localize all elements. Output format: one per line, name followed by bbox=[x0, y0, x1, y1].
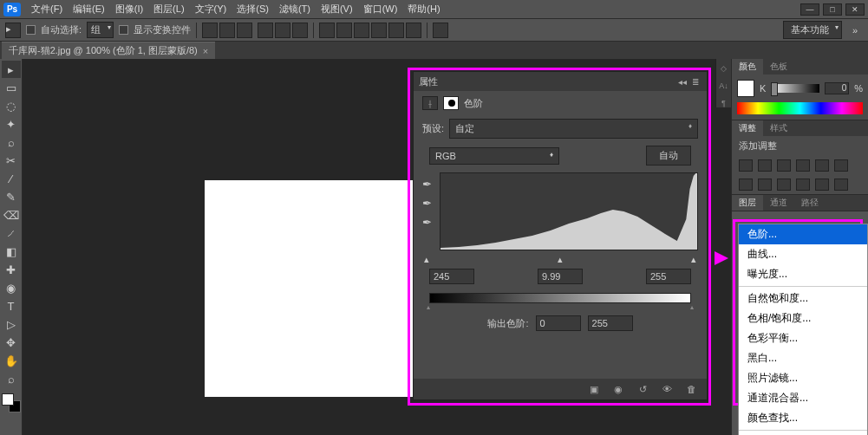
eraser-tool[interactable]: ◧ bbox=[2, 243, 21, 260]
panel-menu-icon[interactable]: ≣ bbox=[689, 77, 702, 87]
brightness-icon[interactable] bbox=[739, 159, 753, 172]
exposure-icon[interactable] bbox=[796, 159, 810, 172]
move-tool[interactable]: ▸ bbox=[2, 61, 21, 78]
path-tool[interactable]: ✥ bbox=[2, 334, 21, 351]
menu-image[interactable]: 图像(I) bbox=[110, 3, 148, 16]
lasso-tool[interactable]: ◌ bbox=[2, 97, 21, 114]
align-right-icon[interactable] bbox=[237, 23, 252, 38]
workspace-switcher[interactable]: 基本功能 bbox=[783, 21, 842, 39]
gray-point-eyedropper[interactable]: ✒ bbox=[422, 197, 436, 211]
distribute-4-icon[interactable] bbox=[371, 23, 387, 38]
3d-mode-icon[interactable] bbox=[433, 23, 448, 38]
window-close-icon[interactable]: ✕ bbox=[845, 3, 865, 16]
preset-dropdown[interactable]: 自定 bbox=[449, 119, 698, 139]
collapse-panels-icon[interactable]: » bbox=[847, 25, 863, 36]
eyedropper-tool[interactable]: ✂ bbox=[2, 152, 21, 169]
align-left-icon[interactable] bbox=[202, 23, 218, 38]
photo-filter-icon[interactable] bbox=[777, 179, 791, 191]
magic-wand-tool[interactable]: ✦ bbox=[2, 115, 21, 133]
menu-type[interactable]: 文字(Y) bbox=[190, 3, 232, 16]
visibility-icon[interactable]: 👁 bbox=[658, 382, 675, 396]
clip-to-layer-icon[interactable]: ▣ bbox=[585, 382, 603, 396]
menu-item-photo-filter[interactable]: 照片滤镜... bbox=[739, 368, 867, 388]
menu-item-exposure[interactable]: 曝光度... bbox=[739, 264, 867, 284]
panel-prev-icon[interactable]: ◂◂ bbox=[675, 77, 689, 87]
gradient-tool[interactable]: ✚ bbox=[2, 261, 21, 278]
tab-swatches[interactable]: 色板 bbox=[763, 59, 794, 75]
document-close-icon[interactable]: × bbox=[203, 46, 208, 56]
menu-filter[interactable]: 滤镜(T) bbox=[274, 3, 316, 16]
menu-help[interactable]: 帮助(H) bbox=[402, 3, 445, 16]
menu-select[interactable]: 选择(S) bbox=[232, 3, 274, 16]
window-minimize-icon[interactable]: — bbox=[800, 3, 819, 16]
histogram[interactable] bbox=[440, 172, 698, 250]
output-white-field[interactable]: 255 bbox=[588, 315, 633, 331]
bw-icon[interactable] bbox=[758, 179, 772, 191]
curves-icon[interactable] bbox=[777, 159, 791, 172]
output-gradient[interactable] bbox=[429, 293, 691, 303]
view-previous-icon[interactable]: ◉ bbox=[610, 382, 627, 396]
auto-select-target-dropdown[interactable]: 组 bbox=[87, 22, 114, 38]
stamp-tool[interactable]: ⌫ bbox=[2, 206, 21, 224]
zoom-tool[interactable]: ⌕ bbox=[2, 370, 21, 387]
mask-icon[interactable] bbox=[443, 96, 459, 110]
tab-styles[interactable]: 样式 bbox=[763, 120, 794, 136]
input-gamma-field[interactable]: 9.99 bbox=[538, 269, 583, 284]
input-white-field[interactable]: 255 bbox=[646, 269, 691, 284]
trash-icon[interactable]: 🗑 bbox=[682, 382, 700, 396]
menu-item-black-white[interactable]: 黑白... bbox=[739, 348, 867, 368]
channel-dropdown[interactable]: RGB bbox=[429, 147, 559, 165]
healing-tool[interactable]: ∕ bbox=[2, 170, 21, 187]
menu-item-curves[interactable]: 曲线... bbox=[739, 244, 867, 264]
tab-adjustments[interactable]: 调整 bbox=[732, 120, 763, 136]
tab-color[interactable]: 颜色 bbox=[732, 59, 763, 75]
history-brush-tool[interactable]: ⟋ bbox=[2, 224, 21, 242]
collapsed-icon-1[interactable]: ◇ bbox=[721, 64, 727, 73]
k-slider[interactable] bbox=[771, 84, 819, 93]
align-top-icon[interactable] bbox=[258, 23, 273, 38]
menu-item-levels[interactable]: 色阶... bbox=[739, 224, 867, 244]
color-balance-icon[interactable] bbox=[739, 179, 753, 191]
menu-window[interactable]: 窗口(W) bbox=[358, 3, 403, 16]
black-point-eyedropper[interactable]: ✒ bbox=[422, 178, 436, 192]
distribute-1-icon[interactable] bbox=[319, 23, 335, 38]
invert-icon[interactable] bbox=[834, 179, 848, 191]
distribute-6-icon[interactable] bbox=[406, 23, 421, 38]
align-bottom-icon[interactable] bbox=[292, 23, 308, 38]
auto-button[interactable]: 自动 bbox=[646, 146, 691, 166]
white-point-eyedropper[interactable]: ✒ bbox=[422, 216, 436, 230]
input-black-field[interactable]: 245 bbox=[429, 269, 474, 284]
vibrance-icon[interactable] bbox=[815, 159, 829, 172]
menu-item-vibrance[interactable]: 自然饱和度... bbox=[739, 289, 867, 308]
menu-edit[interactable]: 编辑(E) bbox=[68, 3, 110, 16]
menu-layer[interactable]: 图层(L) bbox=[148, 3, 189, 16]
color-lookup-icon[interactable] bbox=[815, 179, 829, 191]
pen-tool[interactable]: ▷ bbox=[2, 315, 21, 333]
collapsed-icon-2[interactable]: A↓ bbox=[719, 81, 728, 90]
type-tool[interactable]: T bbox=[2, 297, 21, 315]
tab-paths[interactable]: 路径 bbox=[794, 195, 826, 211]
document-tab[interactable]: 千库网-猫2.jpg @ 100% (色阶 1, 图层蒙版/8) × bbox=[2, 42, 215, 59]
move-tool-icon[interactable]: ▸ bbox=[5, 23, 21, 38]
crop-tool[interactable]: ⌕ bbox=[2, 133, 21, 151]
align-middle-icon[interactable] bbox=[275, 23, 290, 38]
collapsed-icon-3[interactable]: ¶ bbox=[721, 99, 726, 107]
output-black-field[interactable]: 0 bbox=[536, 315, 581, 331]
menu-view[interactable]: 视图(V) bbox=[316, 3, 358, 16]
k-value-input[interactable]: 0 bbox=[825, 82, 849, 94]
window-maximize-icon[interactable]: □ bbox=[823, 3, 842, 16]
show-transform-checkbox[interactable] bbox=[119, 25, 128, 35]
reset-icon[interactable]: ↺ bbox=[634, 382, 651, 396]
color-spectrum[interactable] bbox=[737, 102, 863, 114]
marquee-tool[interactable]: ▭ bbox=[2, 79, 21, 96]
distribute-5-icon[interactable] bbox=[388, 23, 404, 38]
foreground-color-swatch[interactable] bbox=[2, 393, 14, 406]
menu-file[interactable]: 文件(F) bbox=[26, 3, 68, 16]
align-center-icon[interactable] bbox=[219, 23, 235, 38]
brush-tool[interactable]: ✎ bbox=[2, 188, 21, 205]
distribute-2-icon[interactable] bbox=[336, 23, 352, 38]
hand-tool[interactable]: ✋ bbox=[2, 352, 21, 369]
foreground-background-colors[interactable] bbox=[2, 393, 21, 412]
color-swatch[interactable] bbox=[737, 80, 754, 97]
tab-channels[interactable]: 通道 bbox=[763, 195, 794, 211]
